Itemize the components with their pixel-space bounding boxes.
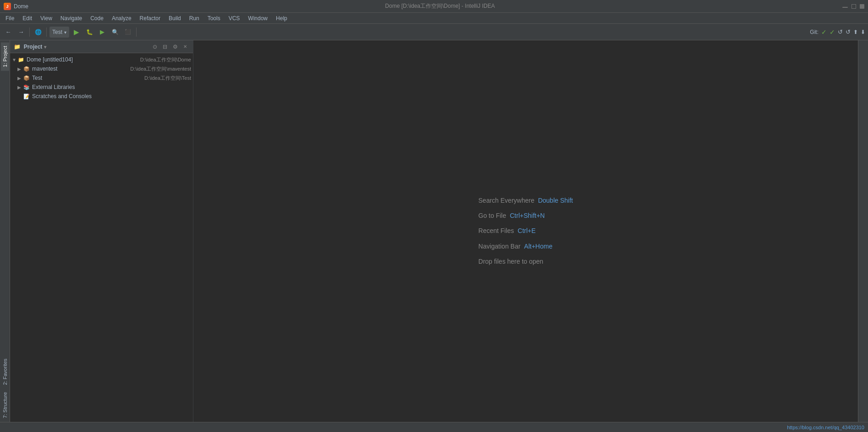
tree-path-maventest: D:\idea工作空间\maventest bbox=[130, 66, 191, 72]
git-check2-icon[interactable]: ✓ bbox=[830, 28, 835, 36]
navigation-bar-row: Navigation Bar Alt+Home bbox=[478, 241, 573, 252]
editor-welcome: Search Everywhere Double Shift Go to Fil… bbox=[478, 195, 573, 267]
recent-files-label: Recent Files bbox=[478, 225, 514, 237]
menu-build[interactable]: Build bbox=[165, 14, 185, 22]
sidebar-header: 📁 Project ▾ ⊙ ⊟ ⚙ ✕ bbox=[10, 40, 193, 53]
profile-button[interactable]: 🔍 bbox=[110, 27, 121, 38]
tree-item-dome[interactable]: 📁 Dome [untitled104] D:\idea工作空间\Dome bbox=[10, 55, 193, 64]
tree-item-scratches[interactable]: 📝 Scratches and Consoles bbox=[10, 92, 193, 101]
menu-navigate[interactable]: Navigate bbox=[57, 14, 86, 22]
recent-files-row: Recent Files Ctrl+E bbox=[478, 225, 573, 237]
title-bar: J Dome Dome [D:\idea工作空间\Dome] - Intelli… bbox=[0, 0, 868, 13]
run-config-label: Test bbox=[52, 29, 62, 35]
arrow-ext-lib bbox=[17, 85, 23, 90]
toolbar: ← → 🌐 Test ▶ 🐛 ▶ 🔍 ⬛ Git: ✓ ✓ ↺ ↺ ⬆ ⬇ bbox=[0, 24, 868, 40]
tree-label-maventest: maventest bbox=[32, 66, 128, 72]
menu-bar: File Edit View Navigate Code Analyze Ref… bbox=[0, 13, 868, 24]
recent-files-shortcut[interactable]: Ctrl+E bbox=[518, 225, 536, 237]
tab-project[interactable]: 1: Project bbox=[1, 42, 9, 71]
tree-item-test[interactable]: 📦 Test D:\idea工作空间\Test bbox=[10, 73, 193, 83]
search-everywhere-row: Search Everywhere Double Shift bbox=[478, 195, 573, 206]
menu-edit[interactable]: Edit bbox=[19, 14, 36, 22]
locate-icon: ⊙ bbox=[153, 44, 157, 50]
tree-item-maventest[interactable]: 📦 maventest D:\idea工作空间\maventest bbox=[10, 64, 193, 73]
tree-item-external-libraries[interactable]: 📚 External Libraries bbox=[10, 83, 193, 92]
git-undo-icon[interactable]: ↺ bbox=[846, 28, 851, 35]
stop-button[interactable]: ⬛ bbox=[122, 27, 133, 38]
coverage-button[interactable]: ▶ bbox=[97, 27, 108, 38]
project-tree: 📁 Dome [untitled104] D:\idea工作空间\Dome 📦 … bbox=[10, 53, 193, 422]
menu-tools[interactable]: Tools bbox=[204, 14, 224, 22]
search-everywhere-shortcut[interactable]: Double Shift bbox=[538, 195, 573, 206]
arrow-test bbox=[17, 76, 23, 81]
globe-button[interactable]: 🌐 bbox=[33, 27, 44, 38]
menu-help[interactable]: Help bbox=[272, 14, 291, 22]
tree-path-test: D:\idea工作空间\Test bbox=[144, 75, 191, 82]
project-icon: 📁 bbox=[17, 56, 25, 63]
drop-files-label: Drop files here to open bbox=[478, 256, 573, 267]
scratch-icon: 📝 bbox=[23, 93, 30, 100]
tree-path-dome: D:\idea工作空间\Dome bbox=[140, 56, 191, 63]
globe-icon: 🌐 bbox=[35, 29, 42, 35]
sidebar-collapse-button[interactable]: ⊟ bbox=[161, 43, 169, 51]
window-controls bbox=[842, 4, 864, 9]
folder-icon: 📁 bbox=[14, 44, 21, 50]
go-to-file-shortcut[interactable]: Ctrl+Shift+N bbox=[510, 210, 544, 222]
git-label: Git: bbox=[810, 29, 819, 35]
toolbar-right: Git: ✓ ✓ ↺ ↺ ⬆ ⬇ bbox=[810, 28, 865, 36]
toolbar-separator-3 bbox=[136, 28, 137, 37]
run-button[interactable]: ▶ bbox=[71, 27, 82, 38]
sidebar-locate-button[interactable]: ⊙ bbox=[151, 43, 159, 51]
menu-refactor[interactable]: Refactor bbox=[136, 14, 164, 22]
menu-vcs[interactable]: VCS bbox=[225, 14, 244, 22]
menu-code[interactable]: Code bbox=[87, 14, 107, 22]
close-panel-icon: ✕ bbox=[183, 44, 187, 49]
stop-icon: ⬛ bbox=[125, 29, 131, 35]
sidebar: 📁 Project ▾ ⊙ ⊟ ⚙ ✕ 📁 Dome [untitled1 bbox=[10, 40, 193, 422]
run-icon: ▶ bbox=[74, 28, 79, 36]
menu-window[interactable]: Window bbox=[244, 14, 271, 22]
maximize-button[interactable] bbox=[852, 4, 856, 9]
debug-icon: 🐛 bbox=[86, 29, 93, 35]
lib-icon: 📚 bbox=[23, 83, 30, 91]
tab-structure[interactable]: 7: Structure bbox=[1, 388, 9, 422]
git-checkmark-icon[interactable]: ✓ bbox=[821, 28, 827, 36]
go-to-file-label: Go to File bbox=[478, 210, 506, 222]
navigation-bar-shortcut[interactable]: Alt+Home bbox=[524, 241, 553, 252]
search-everywhere-label: Search Everywhere bbox=[478, 195, 534, 206]
run-config-selector[interactable]: Test bbox=[49, 27, 69, 38]
git-refresh-icon[interactable]: ↺ bbox=[838, 28, 843, 35]
chevron-icon[interactable]: ▾ bbox=[44, 44, 46, 50]
right-panel-tabs bbox=[858, 40, 868, 422]
status-right-link[interactable]: https://blog.csdn.net/qq_43402310 bbox=[787, 425, 864, 430]
menu-analyze[interactable]: Analyze bbox=[108, 14, 135, 22]
menu-file[interactable]: File bbox=[2, 14, 18, 22]
forward-button[interactable]: → bbox=[16, 27, 27, 38]
module-icon-maventest: 📦 bbox=[23, 65, 30, 72]
tree-label-test: Test bbox=[32, 75, 143, 81]
git-push-icon[interactable]: ⬆ bbox=[853, 29, 858, 35]
toolbar-separator-1 bbox=[29, 28, 30, 37]
run-config-chevron bbox=[64, 29, 66, 35]
profile-icon: 🔍 bbox=[112, 29, 119, 35]
settings-icon: ⚙ bbox=[173, 44, 178, 50]
forward-icon: → bbox=[18, 28, 24, 35]
sidebar-close-button[interactable]: ✕ bbox=[181, 43, 189, 51]
collapse-icon: ⊟ bbox=[163, 44, 167, 50]
minimize-button[interactable] bbox=[842, 7, 848, 8]
debug-button[interactable]: 🐛 bbox=[84, 27, 95, 38]
editor-area: Search Everywhere Double Shift Go to Fil… bbox=[193, 40, 858, 422]
sidebar-panel-title: 📁 Project ▾ bbox=[14, 44, 149, 50]
close-button[interactable] bbox=[860, 4, 864, 9]
git-pull-icon[interactable]: ⬇ bbox=[861, 29, 865, 35]
sidebar-settings-button[interactable]: ⚙ bbox=[171, 43, 179, 51]
tree-label-ext-lib: External Libraries bbox=[32, 84, 191, 90]
menu-view[interactable]: View bbox=[37, 14, 56, 22]
tree-label-dome: Dome [untitled104] bbox=[27, 56, 138, 63]
window-title: Dome [D:\idea工作空间\Dome] - IntelliJ IDEA bbox=[38, 2, 842, 10]
menu-run[interactable]: Run bbox=[186, 14, 203, 22]
arrow-maventest bbox=[17, 66, 23, 72]
back-button[interactable]: ← bbox=[3, 27, 14, 38]
tab-favorites[interactable]: 2: Favorites bbox=[1, 355, 9, 388]
coverage-icon: ▶ bbox=[100, 28, 104, 35]
